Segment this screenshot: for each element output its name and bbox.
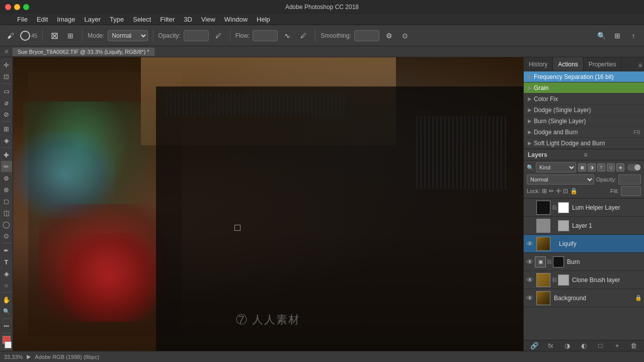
filter-shape-icon[interactable]: ◇ [607, 163, 615, 171]
layer-item-layer1[interactable]: 👁 Layer 1 [524, 217, 644, 235]
lasso-tool[interactable]: ⌀ [1, 97, 12, 108]
path-select-tool[interactable]: ◈ [1, 268, 12, 279]
filter-text-icon[interactable]: T [597, 163, 605, 171]
brush-preset-picker[interactable]: ⊠ [48, 29, 61, 42]
canvas-area[interactable]: ⑦ 人人素材 [13, 57, 523, 351]
filter-pixel-icon[interactable]: ▣ [578, 163, 586, 171]
link-layers-btn[interactable]: 🔗 [529, 341, 539, 351]
new-layer-btn[interactable]: + [612, 341, 622, 351]
action-dodge-burn[interactable]: ▶ Dodge and Burn F8 [524, 127, 644, 138]
shape-tool[interactable]: ○ [1, 280, 12, 291]
eraser-tool[interactable]: ◻ [1, 196, 12, 207]
airbrush-btn[interactable]: ∿ [281, 29, 294, 42]
flow-pressure-btn[interactable]: 🖊 [297, 29, 310, 42]
menu-select[interactable]: Filter [156, 15, 179, 24]
action-color-fix[interactable]: ▶ Color Fix [524, 94, 644, 105]
fill-value-input[interactable]: 100% [621, 186, 641, 196]
menu-view[interactable]: Window [220, 15, 252, 24]
eyedropper-tool[interactable]: ◈ [1, 135, 12, 146]
menu-help[interactable] [275, 19, 283, 21]
hand-tool[interactable]: ✋ [1, 294, 12, 305]
menu-photoshop[interactable]: File [13, 15, 32, 24]
smoothing-options-btn[interactable]: ⚙ [382, 29, 395, 42]
share-btn[interactable]: ↑ [627, 29, 640, 42]
add-mask-btn[interactable]: ◑ [562, 341, 573, 351]
bg-color-swatch[interactable] [5, 341, 12, 348]
menu-image[interactable]: Layer [80, 15, 105, 24]
layer-visibility-burn[interactable]: 👁 [526, 258, 534, 266]
menu-filter[interactable]: 3D [180, 15, 196, 24]
zoom-tool[interactable]: 🔍 [1, 306, 12, 317]
opacity-value-input[interactable]: 100% [618, 174, 641, 185]
tab-history[interactable]: History [524, 57, 553, 71]
brush-tool[interactable]: ✏ [1, 161, 12, 172]
layer-blend-mode-select[interactable]: Normal Multiply Screen Overlay Soft Ligh… [527, 174, 594, 185]
gradient-tool[interactable]: ◫ [1, 207, 12, 218]
artboard-tool[interactable]: ⊡ [1, 71, 12, 82]
action-soft-light[interactable]: ▶ Soft Light Dodge and Burn [524, 138, 644, 149]
mode-select[interactable]: Normal Multiply Screen Overlay [108, 30, 148, 41]
menu-type[interactable]: Select [129, 15, 155, 24]
tab-actions[interactable]: Actions [553, 57, 583, 71]
menu-window[interactable]: Help [253, 15, 274, 24]
layer-visibility-clone-brush[interactable]: 👁 [526, 276, 534, 284]
crop-tool[interactable]: ⊞ [1, 123, 12, 134]
menu-file[interactable]: Edit [33, 15, 52, 24]
minimize-button[interactable] [14, 4, 20, 10]
action-grain[interactable]: ▶ Grain [524, 82, 644, 94]
layer-visibility-background[interactable]: 👁 [526, 294, 534, 302]
history-brush-tool[interactable]: ⊛ [1, 184, 12, 195]
layer-item-lum-helper[interactable]: 👁 ⛓ Lum Helper Layer [524, 199, 644, 217]
layers-list[interactable]: 👁 ⛓ Lum Helper Layer 👁 Layer 1 [524, 199, 644, 340]
filter-adjust-icon[interactable]: ◑ [588, 163, 596, 171]
close-doc-icon[interactable]: ✕ [4, 48, 9, 55]
layer-item-liquify[interactable]: 👁 Liquify [524, 235, 644, 253]
filter-smart-icon[interactable]: ◈ [616, 163, 624, 171]
text-tool[interactable]: T [1, 256, 12, 267]
action-burn-single[interactable]: ▶ Burn (Single Layer) [524, 116, 644, 127]
layer-visibility-lum-helper[interactable]: 👁 [526, 204, 534, 212]
layout-btn[interactable]: ⊞ [611, 29, 624, 42]
layer-item-clone-brush[interactable]: 👁 ⛓ Clone Brush layer [524, 271, 644, 289]
dodge-tool[interactable]: ⊙ [1, 230, 12, 241]
spot-heal-tool[interactable]: ✚ [1, 149, 12, 160]
action-freq-sep[interactable]: ▶ Frequency Separation (16 bit) [524, 71, 644, 82]
search-btn[interactable]: 🔍 [595, 29, 608, 42]
quick-select-tool[interactable]: ⊘ [1, 109, 12, 120]
lock-all-icon[interactable]: 🔒 [570, 188, 578, 195]
delete-layer-btn[interactable]: 🗑 [629, 341, 639, 351]
brush-settings-btn[interactable]: ⊞ [64, 29, 77, 42]
status-arrow[interactable]: ▶ [27, 353, 31, 360]
blur-tool[interactable]: ◯ [1, 219, 12, 230]
maximize-button[interactable] [23, 4, 29, 10]
layer-filter-select[interactable]: Kind Name Effect Mode [536, 162, 576, 172]
clone-stamp-tool[interactable]: ⊚ [1, 172, 12, 184]
layer-visibility-liquify[interactable]: 👁 [526, 240, 534, 248]
close-button[interactable] [5, 4, 11, 10]
action-dodge-single[interactable]: ▶ Dodge (Single Layer) [524, 105, 644, 116]
filter-toggle[interactable] [627, 164, 641, 171]
marquee-tool[interactable]: ▭ [1, 85, 12, 97]
apple-menu[interactable] [4, 19, 12, 21]
opacity-pressure-btn[interactable]: 🖊 [212, 29, 225, 42]
layer-item-burn[interactable]: 👁 ▣ ⛓ Burn [524, 253, 644, 271]
opacity-input[interactable]: 100% [184, 30, 209, 41]
layer-item-background[interactable]: 👁 Background 🔒 [524, 289, 644, 307]
angle-btn[interactable]: ⊙ [398, 29, 412, 42]
lock-position-icon[interactable]: ✛ [556, 188, 561, 195]
layer-visibility-layer1[interactable]: 👁 [526, 222, 534, 230]
more-tools-btn[interactable]: ••• [1, 320, 12, 331]
menu-edit[interactable]: Image [53, 15, 79, 24]
lock-transparent-icon[interactable]: ⊞ [542, 188, 547, 195]
move-tool[interactable]: ✛ [1, 59, 12, 70]
menu-layer[interactable]: Type [106, 15, 128, 24]
menu-3d[interactable]: View [197, 15, 219, 24]
add-style-btn[interactable]: fx [546, 341, 556, 351]
panel-collapse-btn[interactable]: ≡ [636, 60, 644, 71]
flow-input[interactable]: 2% [253, 30, 278, 41]
layers-collapse-btn[interactable]: ≡ [584, 151, 640, 158]
lock-pixels-icon[interactable]: ✏ [549, 188, 554, 195]
new-group-btn[interactable]: □ [596, 341, 606, 351]
brush-tool-option[interactable]: 🖌 [4, 29, 17, 42]
document-tab[interactable]: Sue Bryce_T8A0062.TIF @ 33.3% (Liquify, … [12, 47, 155, 56]
